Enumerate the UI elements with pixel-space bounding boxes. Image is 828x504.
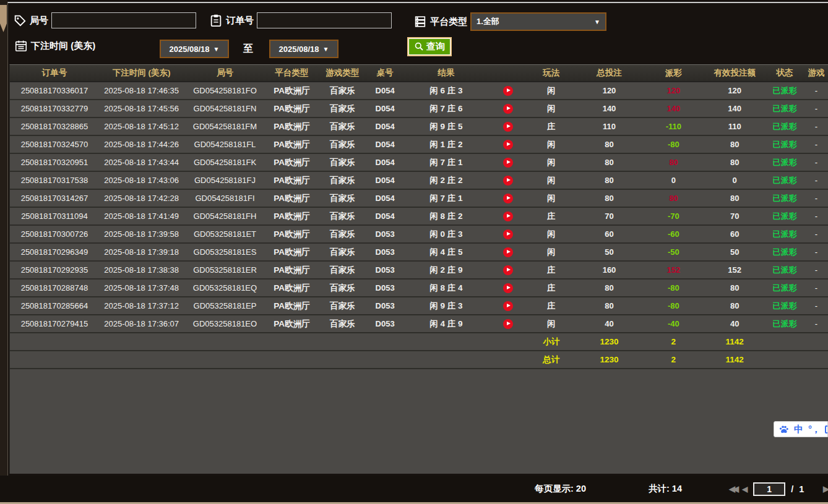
cell-valid_bet: 80 [704,140,765,149]
play-video-button[interactable] [503,265,513,275]
cell-payout: -110 [642,122,704,131]
collapse-panel-handle[interactable] [0,5,7,32]
cell-total_bet: 1230 [576,337,643,346]
table-row: 2508181703110942025-08-18 17:41:49GD0542… [10,208,828,226]
cell-game_type: 百家乐 [317,157,367,168]
play-video-button[interactable] [503,140,513,150]
play-video-button[interactable] [503,158,513,168]
cell-round: GD053258181ES [184,247,266,257]
cell-status: 已派彩 [765,301,804,312]
date-to-wrap: 2025/08/18 ▼ [269,40,339,58]
total-pages-label: 1 [799,484,804,494]
cell-total_bet: 80 [576,301,643,310]
cell-platform: PA欧洲厅 [265,157,317,168]
ime-mode-toggle[interactable]: 中 [794,424,803,435]
cell-valid_bet: 1142 [704,337,765,346]
cell-order: 250818170311094 [10,211,99,221]
cell-result: 闲 7 庄 1 [403,157,489,168]
cell-order: 250818170336017 [10,86,99,95]
cell-play_type: 闲 [527,229,576,240]
cell-valid_bet: 1142 [704,355,765,364]
cell-table_no: D054 [367,211,403,221]
column-header-valid_bet: 有效投注额 [704,67,765,79]
play-video-button[interactable] [503,176,513,186]
date-to-select[interactable]: 2025/08/18 ▼ [269,40,339,58]
play-video-button[interactable] [503,104,513,114]
cell-extra: - [804,301,828,310]
date-from-select[interactable]: 2025/08/18 ▼ [160,40,229,58]
cell-table_no: D054 [367,140,403,149]
cell-round: GD054258181FN [184,104,266,113]
play-video-button[interactable] [503,229,513,239]
cell-total_bet: 160 [576,265,643,275]
cell-total_bet: 120 [576,86,643,95]
cell-order: 250818170279415 [10,319,99,328]
cell-platform: PA欧洲厅 [265,103,317,114]
cell-play_type: 闲 [527,193,576,204]
play-video-button[interactable] [503,319,513,329]
cell-table_no: D054 [367,104,403,113]
play-video-button[interactable] [503,86,513,96]
ime-keyboard-icon[interactable] [825,425,828,434]
cell-total_bet: 1230 [576,355,643,364]
cell-time: 2025-08-18 17:37:48 [99,283,184,293]
table-row: 2508181703209512025-08-18 17:43:44GD0542… [10,154,828,172]
cell-status: 已派彩 [765,193,804,204]
summary-row: 小计123021142 [10,333,828,351]
play-video-button[interactable] [503,247,513,257]
cell-play_type: 闲 [527,103,576,114]
cell-time: 2025-08-18 17:38:38 [99,265,184,275]
next-page-button[interactable]: ▶ [823,484,828,493]
total-count-label: 共计: 14 [649,483,682,495]
chevron-down-icon: ▼ [323,46,329,53]
paw-icon[interactable] [778,424,789,435]
cell-extra: - [804,122,828,131]
table-row: 2508181703327792025-08-18 17:45:56GD0542… [10,100,828,118]
column-header-status: 状态 [765,67,804,79]
ime-punctuation-toggle[interactable]: °， [808,424,820,435]
main-panel: 局号 订单号 平台类型 1.全部 ▼ [7,2,828,502]
cell-play [489,193,527,203]
cell-total_bet: 110 [576,122,643,131]
cell-round: GD053258181EP [184,301,266,310]
round-input[interactable] [51,12,196,28]
play-video-button[interactable] [503,194,513,203]
first-page-button[interactable]: ◀◀ [729,484,736,493]
cell-round: GD054258181FL [184,140,266,149]
platform-select[interactable]: 1.全部 ▼ [470,12,606,31]
cell-play_type: 闲 [527,85,576,96]
cell-play [489,283,527,293]
cell-result: 闲 9 庄 5 [403,121,489,132]
table-row: 2508181703175382025-08-18 17:43:06GD0542… [10,172,828,190]
cell-time: 2025-08-18 17:39:18 [99,247,184,257]
date-to-value: 2025/08/18 [279,45,319,54]
tag-icon [13,14,27,27]
cell-payout: -40 [642,319,704,328]
cell-result: 闲 0 庄 3 [403,229,489,240]
cell-valid_bet: 50 [704,247,765,257]
cell-play [489,265,527,275]
prev-page-button[interactable]: ◀ [742,485,748,493]
cell-platform: PA欧洲厅 [265,265,317,276]
table-row: 2508181702929352025-08-18 17:38:38GD0532… [10,262,828,280]
cell-extra: - [804,158,828,167]
cell-result: 闲 1 庄 2 [403,139,489,150]
play-video-button[interactable] [503,301,513,311]
cell-table_no: D053 [367,265,403,275]
order-input[interactable] [257,12,392,28]
page-number-input[interactable]: 1 [753,482,785,496]
cell-round: GD053258181ET [184,229,266,239]
query-button[interactable]: 查询 [407,37,452,56]
table-header-row: 订单号下注时间 (美东)局号平台类型游戏类型桌号结果玩法总投注派彩有效投注额状态… [10,65,828,82]
play-video-button[interactable] [503,122,513,132]
play-video-button[interactable] [503,211,513,221]
cell-time: 2025-08-18 17:39:58 [99,229,184,239]
cell-order: 250818170296349 [10,247,99,257]
cell-game_type: 百家乐 [317,247,367,258]
cell-status: 已派彩 [765,247,804,258]
play-video-button[interactable] [503,283,513,293]
cell-game_type: 百家乐 [317,175,367,186]
cell-payout: -60 [642,229,704,239]
date-from-wrap: 2025/08/18 ▼ [160,40,229,58]
cell-valid_bet: 40 [704,319,765,328]
